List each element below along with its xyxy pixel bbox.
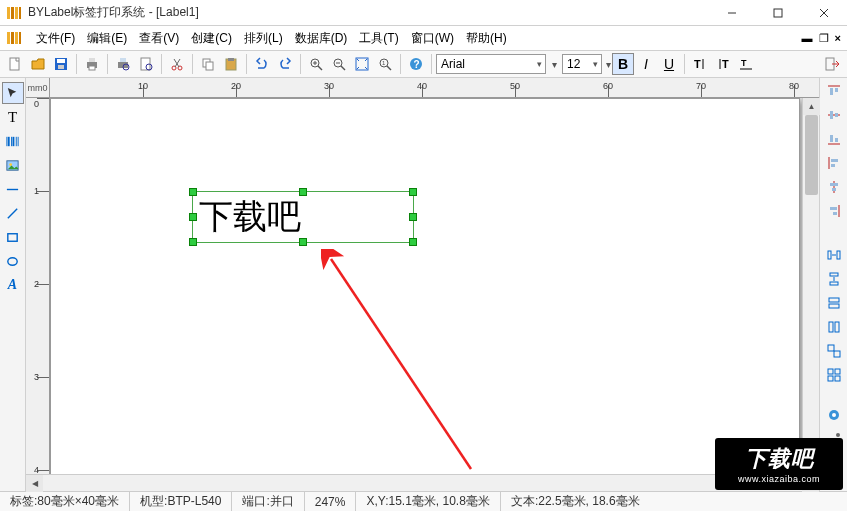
svg-rect-1	[11, 7, 14, 19]
child-close-icon[interactable]: ×	[835, 32, 841, 44]
svg-rect-2	[15, 7, 18, 19]
save-button[interactable]	[50, 53, 72, 75]
cut-button[interactable]	[166, 53, 188, 75]
diag-line-tool[interactable]	[2, 202, 24, 224]
align-left-icon[interactable]	[824, 154, 844, 172]
svg-rect-10	[15, 32, 18, 44]
resize-handle-sw[interactable]	[189, 238, 197, 246]
close-button[interactable]	[801, 0, 847, 25]
align-right-icon[interactable]	[824, 202, 844, 220]
bold-button[interactable]: B	[612, 53, 634, 75]
horizontal-scrollbar[interactable]: ◀ ▶	[26, 474, 819, 491]
ruler-unit: mm0	[26, 78, 50, 98]
svg-rect-0	[7, 7, 10, 19]
svg-text:1: 1	[382, 60, 386, 66]
undo-button[interactable]	[251, 53, 273, 75]
print-preview-button[interactable]	[112, 53, 134, 75]
grid-icon[interactable]	[824, 366, 844, 384]
menu-database[interactable]: 数据库(D)	[289, 28, 354, 49]
align-top-icon[interactable]	[824, 82, 844, 100]
exit-button[interactable]	[821, 53, 843, 75]
barcode-tool[interactable]	[2, 130, 24, 152]
align-vcenter-icon[interactable]	[824, 106, 844, 124]
resize-handle-nw[interactable]	[189, 188, 197, 196]
zoom-fit-button[interactable]	[351, 53, 373, 75]
page-setup-button[interactable]	[135, 53, 157, 75]
open-button[interactable]	[27, 53, 49, 75]
svg-rect-5	[774, 9, 782, 17]
zoom-out-button[interactable]	[328, 53, 350, 75]
scroll-left-button[interactable]: ◀	[26, 475, 43, 492]
menu-arrange[interactable]: 排列(L)	[238, 28, 289, 49]
pointer-tool[interactable]	[2, 82, 24, 104]
svg-rect-75	[830, 183, 838, 186]
new-button[interactable]	[4, 53, 26, 75]
svg-rect-83	[830, 282, 838, 285]
svg-rect-91	[835, 369, 840, 374]
distribute-v-icon[interactable]	[824, 270, 844, 288]
svg-rect-93	[835, 376, 840, 381]
art-text-tool[interactable]: A	[2, 274, 24, 296]
label-page[interactable]: 下载吧	[50, 98, 800, 474]
resize-handle-w[interactable]	[189, 213, 197, 221]
underline-button[interactable]: U	[658, 53, 680, 75]
copy-button[interactable]	[197, 53, 219, 75]
child-minimize-icon[interactable]: ▬	[802, 32, 813, 44]
menu-create[interactable]: 创建(C)	[185, 28, 238, 49]
text-tool[interactable]: T	[2, 106, 24, 128]
menu-help[interactable]: 帮助(H)	[460, 28, 513, 49]
zoom-in-button[interactable]	[305, 53, 327, 75]
paste-button[interactable]	[220, 53, 242, 75]
menu-window[interactable]: 窗口(W)	[405, 28, 460, 49]
window-controls	[709, 0, 847, 25]
align-hcenter-icon[interactable]	[824, 178, 844, 196]
vscroll-thumb[interactable]	[805, 115, 818, 195]
text-orient3-button[interactable]: T	[735, 53, 757, 75]
ellipse-tool[interactable]	[2, 250, 24, 272]
design-canvas[interactable]: 下载吧	[50, 98, 802, 474]
svg-rect-72	[831, 159, 838, 162]
align-bottom-icon[interactable]	[824, 130, 844, 148]
resize-handle-se[interactable]	[409, 238, 417, 246]
scroll-up-button[interactable]: ▲	[803, 98, 820, 115]
resize-handle-e[interactable]	[409, 213, 417, 221]
svg-rect-18	[89, 66, 95, 70]
resize-handle-s[interactable]	[299, 238, 307, 246]
resize-handle-n[interactable]	[299, 188, 307, 196]
hline-tool[interactable]	[2, 178, 24, 200]
help-button[interactable]: ?	[405, 53, 427, 75]
menu-file[interactable]: 文件(F)	[30, 28, 81, 49]
selected-text-object[interactable]: 下载吧	[193, 192, 413, 242]
same-size-icon[interactable]	[824, 342, 844, 360]
maximize-button[interactable]	[755, 0, 801, 25]
font-size-select[interactable]: 12	[562, 54, 602, 74]
italic-button[interactable]: I	[635, 53, 657, 75]
same-width-icon[interactable]	[824, 294, 844, 312]
svg-point-96	[836, 433, 840, 437]
distribute-h-icon[interactable]	[824, 246, 844, 264]
resize-handle-ne[interactable]	[409, 188, 417, 196]
status-text-info: 文本:22.5毫米, 18.6毫米	[501, 492, 650, 511]
vertical-scrollbar[interactable]: ▲ ▼	[802, 98, 819, 474]
print-button[interactable]	[81, 53, 103, 75]
text-orient2-button[interactable]: T	[712, 53, 734, 75]
doc-icon	[6, 30, 22, 46]
same-height-icon[interactable]	[824, 318, 844, 336]
redo-button[interactable]	[274, 53, 296, 75]
image-tool[interactable]	[2, 154, 24, 176]
menu-edit[interactable]: 编辑(E)	[81, 28, 133, 49]
child-restore-icon[interactable]: ❐	[819, 32, 829, 45]
rect-tool[interactable]	[2, 226, 24, 248]
menu-view[interactable]: 查看(V)	[133, 28, 185, 49]
child-window-controls: ▬ ❐ ×	[802, 32, 847, 45]
svg-rect-3	[19, 7, 21, 19]
menu-tools[interactable]: 工具(T)	[353, 28, 404, 49]
app-icon	[6, 5, 22, 21]
color-picker-icon[interactable]	[824, 406, 844, 424]
font-select[interactable]: Arial	[436, 54, 546, 74]
svg-rect-76	[832, 188, 836, 191]
zoom-actual-button[interactable]: 1	[374, 53, 396, 75]
minimize-button[interactable]	[709, 0, 755, 25]
text-orient1-button[interactable]: T	[689, 53, 711, 75]
status-label-size: 标签:80毫米×40毫米	[0, 492, 130, 511]
